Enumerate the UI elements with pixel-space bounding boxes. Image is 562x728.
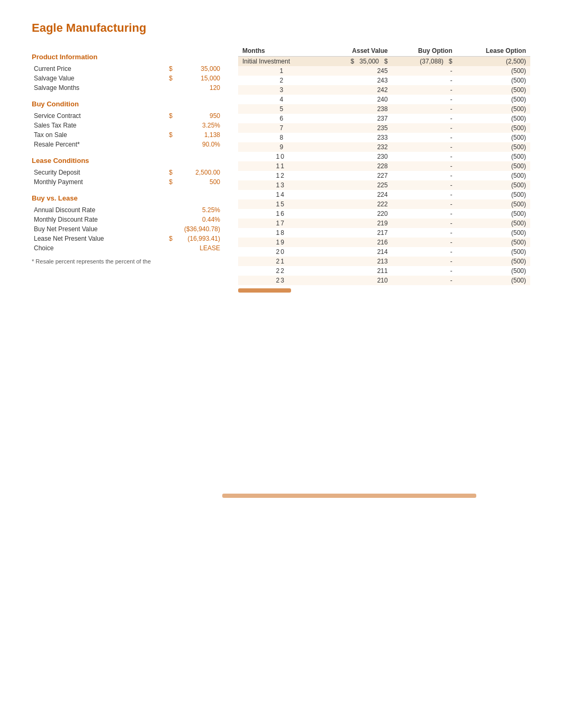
cell-month: 18 — [238, 228, 323, 238]
cell-month: 21 — [238, 257, 323, 266]
field-value: 2,500.00 — [175, 168, 222, 177]
table-row: Buy Net Present Value ($36,940.78) — [32, 224, 222, 234]
cell-asset: 242 — [323, 85, 392, 95]
cell-asset: 217 — [323, 228, 392, 238]
field-label: Security Deposit — [32, 168, 146, 177]
table-row: 11 228 - (500) — [238, 161, 530, 171]
footnote: * Resale percent represents the percent … — [32, 258, 222, 265]
field-value: 15,000 — [175, 74, 222, 83]
cell-buy: - — [392, 180, 457, 190]
cell-lease: (500) — [457, 219, 530, 228]
cell-buy: - — [392, 142, 457, 152]
cell-lease: (500) — [457, 247, 530, 257]
cell-lease: (500) — [457, 209, 530, 219]
cell-asset: 238 — [323, 104, 392, 114]
cell-buy: - — [392, 257, 457, 266]
field-value: 35,000 — [175, 64, 222, 74]
col-header-buy: Buy Option — [392, 46, 457, 57]
cell-buy: - — [392, 209, 457, 219]
table-row: 16 220 - (500) — [238, 209, 530, 219]
table-row: 9 232 - (500) — [238, 142, 530, 152]
cell-buy: - — [392, 199, 457, 209]
cell-asset: 245 — [323, 66, 392, 76]
cell-buy: - — [392, 247, 457, 257]
cell-asset: 228 — [323, 161, 392, 171]
field-label: Salvage Months — [32, 83, 146, 93]
field-label: Choice — [32, 243, 146, 253]
field-label: Monthly Discount Rate — [32, 215, 146, 224]
cell-asset: 243 — [323, 76, 392, 85]
cell-month: 6 — [238, 114, 323, 123]
table-row: 14 224 - (500) — [238, 190, 530, 199]
cell-month: 20 — [238, 247, 323, 257]
cell-asset: 237 — [323, 114, 392, 123]
cell-lease: (500) — [457, 180, 530, 190]
cell-buy: - — [392, 133, 457, 142]
table-row-init: Initial Investment $ 35,000 $ (37,088) $… — [238, 57, 530, 67]
cell-buy: - — [392, 95, 457, 104]
cell-asset: 230 — [323, 152, 392, 161]
cell-month: 16 — [238, 209, 323, 219]
cell-lease: (500) — [457, 114, 530, 123]
cell-lease: (500) — [457, 228, 530, 238]
table-row: 21 213 - (500) — [238, 257, 530, 266]
field-dollar — [146, 243, 175, 253]
cell-buy: - — [392, 85, 457, 95]
buy-condition-table: Service Contract $ 950 Sales Tax Rate 3.… — [32, 111, 222, 149]
cell-buy: - — [392, 276, 457, 285]
cell-buy: (37,088) $ — [392, 57, 457, 67]
table-row: 2 243 - (500) — [238, 76, 530, 85]
field-label: Sales Tax Rate — [32, 121, 146, 130]
field-value: 90.0% — [175, 140, 222, 149]
table-row: 22 211 - (500) — [238, 266, 530, 276]
cell-lease: (500) — [457, 238, 530, 247]
cell-asset: 225 — [323, 180, 392, 190]
field-dollar: $ — [146, 168, 175, 177]
buy-vs-lease-title: Buy vs. Lease — [32, 194, 222, 202]
cell-month: 1 — [238, 66, 323, 76]
cell-asset: 222 — [323, 199, 392, 209]
buy-condition-title: Buy Condition — [32, 100, 222, 108]
cell-month: 7 — [238, 123, 323, 133]
product-info-table: Current Price $ 35,000 Salvage Value $ 1… — [32, 64, 222, 93]
cell-lease: (500) — [457, 266, 530, 276]
field-value: ($36,940.78) — [175, 224, 222, 234]
cell-lease: (500) — [457, 104, 530, 114]
table-row: 6 237 - (500) — [238, 114, 530, 123]
table-row: Monthly Discount Rate 0.44% — [32, 215, 222, 224]
cell-asset: 240 — [323, 95, 392, 104]
cell-asset: 219 — [323, 219, 392, 228]
field-dollar: $ — [146, 64, 175, 74]
table-row: 8 233 - (500) — [238, 133, 530, 142]
cell-buy: - — [392, 228, 457, 238]
field-dollar — [146, 83, 175, 93]
cell-month: 2 — [238, 76, 323, 85]
table-row: 12 227 - (500) — [238, 171, 530, 180]
col-header-months: Months — [238, 46, 323, 57]
field-dollar — [146, 224, 175, 234]
cell-lease: (500) — [457, 190, 530, 199]
cell-month: Initial Investment — [238, 57, 323, 67]
cell-lease: (500) — [457, 161, 530, 171]
table-row: Sales Tax Rate 3.25% — [32, 121, 222, 130]
field-dollar: $ — [146, 130, 175, 140]
cell-asset: 220 — [323, 209, 392, 219]
cell-lease: (500) — [457, 76, 530, 85]
cell-buy: - — [392, 76, 457, 85]
orange-bar — [238, 288, 291, 293]
field-dollar: $ — [146, 177, 175, 187]
field-dollar — [146, 121, 175, 130]
table-row: Annual Discount Rate 5.25% — [32, 205, 222, 215]
table-row: Resale Percent* 90.0% — [32, 140, 222, 149]
col-header-asset: Asset Value — [323, 46, 392, 57]
cell-month: 15 — [238, 199, 323, 209]
field-value: 1,138 — [175, 130, 222, 140]
table-row: Choice LEASE — [32, 243, 222, 253]
field-value: 500 — [175, 177, 222, 187]
cell-month: 23 — [238, 276, 323, 285]
table-row: 7 235 - (500) — [238, 123, 530, 133]
table-row: 5 238 - (500) — [238, 104, 530, 114]
cell-month: 13 — [238, 180, 323, 190]
table-row: Service Contract $ 950 — [32, 111, 222, 121]
col-header-lease: Lease Option — [457, 46, 530, 57]
